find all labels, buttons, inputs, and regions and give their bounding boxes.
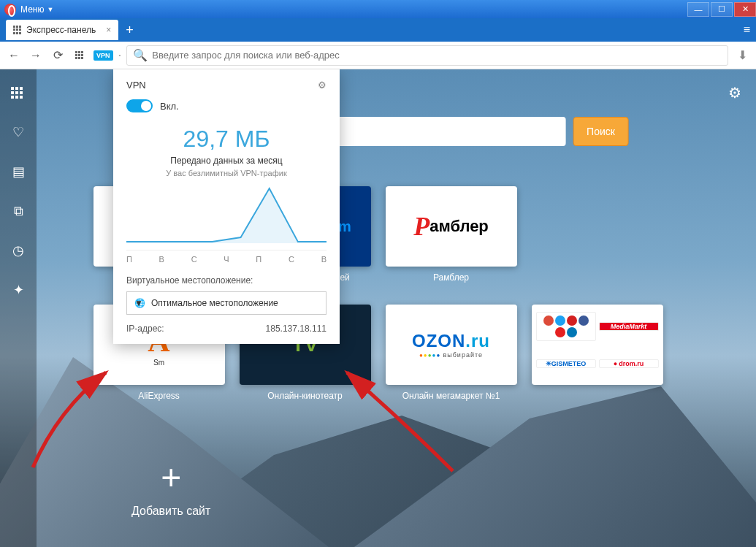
window-minimize-button[interactable]: — — [687, 2, 709, 17]
tile-ali-label: AliExpress — [138, 391, 180, 401]
tab-title: Экспресс-панель — [26, 25, 96, 35]
badge-dot-icon: • — [119, 52, 121, 58]
rambler-rest: амблер — [429, 217, 489, 236]
reload-button[interactable]: ⟳ — [50, 47, 66, 64]
mini-social-icons — [536, 312, 596, 341]
vpn-location-select[interactable]: 🌐 Оптимальное местоположение ▼ — [126, 291, 327, 315]
vpn-location-label: Виртуальное местоположение: — [126, 275, 327, 286]
tile-folder[interactable]: MediaMarkt ☀ GISMETEO drom.ru — [532, 305, 663, 385]
plus-icon: + — [161, 457, 181, 497]
opera-icon — [4, 4, 16, 15]
search-icon: 🔍 — [133, 48, 148, 62]
sidebar-history[interactable]: ◷ — [9, 242, 27, 259]
tile-ozon-label: Онлайн мегамаркет №1 — [402, 391, 500, 401]
tile-rambler[interactable]: Рамблер — [386, 186, 517, 267]
globe-icon: 🌐 — [134, 298, 145, 308]
mini-mediamarkt: MediaMarkt — [599, 322, 659, 331]
vpn-ip-value: 185.137.18.111 — [266, 324, 327, 334]
address-input-container[interactable]: 🔍 — [126, 45, 728, 66]
vpn-settings-icon[interactable]: ⚙ — [318, 80, 327, 91]
vpn-usage-chart — [126, 185, 327, 243]
window-close-button[interactable]: ✕ — [734, 2, 756, 17]
vpn-chart-days: ПВСЧПСВ — [126, 250, 327, 264]
new-tab-button[interactable]: + — [126, 23, 134, 38]
menu-dropdown-icon[interactable]: ▼ — [47, 6, 53, 13]
speed-dial-icon — [13, 26, 22, 34]
sidebar: ♡ ▤ ⧉ ◷ ✦ — [0, 69, 37, 547]
vpn-title: VPN — [126, 80, 146, 91]
tile-rambler-label: Рамблер — [433, 272, 469, 283]
sidebar-extensions[interactable]: ✦ — [9, 281, 27, 299]
tab-menu-icon[interactable]: ≡ — [744, 23, 750, 37]
address-bar: ← → ⟳ VPN • 🔍 ⬇ — [0, 42, 756, 69]
annotation-arrow-2 — [329, 69, 438, 80]
settings-gear-icon[interactable]: ⚙ — [728, 84, 741, 102]
speed-dial-content: ♡ ▤ ⧉ ◷ ✦ ⚙ Поиск e Booking.com Брониров… — [0, 69, 756, 547]
vpn-ip-label: IP-адрес: — [126, 324, 164, 334]
window-titlebar: Меню ▼ — ☐ ✕ — [0, 0, 756, 18]
vpn-data-used: 29,7 МБ — [126, 126, 327, 153]
ozon-dots: ●●●●● выбирайте — [419, 351, 483, 359]
ozon-text: OZON — [412, 331, 465, 351]
sidebar-personal-news[interactable]: ⧉ — [9, 202, 27, 220]
menu-label[interactable]: Меню — [20, 4, 44, 15]
tile-ivi-label: Онлайн-кинотеатр — [267, 391, 343, 401]
ali-sm: Sm — [153, 359, 164, 367]
tile-ozon[interactable]: OZON.ru ●●●●● выбирайте — [386, 305, 517, 385]
vpn-on-label: Вкл. — [160, 101, 179, 112]
rambler-r: Р — [413, 211, 429, 242]
vpn-location-value: Оптимальное местоположение — [151, 298, 278, 308]
vpn-subtitle-2: У вас безлимитный VPN-трафик — [126, 169, 327, 177]
tab-speed-dial[interactable]: Экспресс-панель × — [6, 20, 118, 40]
sidebar-speed-dial[interactable] — [9, 84, 27, 102]
start-page-icon[interactable] — [72, 47, 88, 64]
ozon-ru: .ru — [465, 331, 490, 351]
forward-button[interactable]: → — [28, 47, 44, 64]
vpn-badge[interactable]: VPN — [93, 50, 113, 61]
tile-folder-label — [596, 391, 598, 401]
mini-drom: drom.ru — [599, 359, 659, 368]
downloads-icon[interactable]: ⬇ — [734, 47, 750, 64]
vpn-subtitle-1: Передано данных за месяц — [126, 156, 327, 166]
vpn-toggle[interactable] — [126, 99, 153, 112]
add-site-label: Добавить сайт — [131, 505, 210, 518]
window-maximize-button[interactable]: ☐ — [711, 2, 733, 17]
tab-close-icon[interactable]: × — [106, 25, 111, 35]
tab-bar: Экспресс-панель × + ≡ — [0, 18, 756, 42]
sidebar-news[interactable]: ▤ — [9, 163, 27, 180]
search-button[interactable]: Поиск — [573, 117, 629, 146]
sidebar-bookmarks[interactable]: ♡ — [9, 123, 27, 141]
add-site-button[interactable]: + Добавить сайт — [131, 457, 210, 518]
back-button[interactable]: ← — [6, 47, 22, 64]
vpn-popup: VPN ⚙ Вкл. 29,7 МБ Передано данных за ме… — [113, 69, 340, 344]
mini-gismeteo: ☀ GISMETEO — [536, 359, 596, 368]
address-input[interactable] — [152, 50, 722, 61]
